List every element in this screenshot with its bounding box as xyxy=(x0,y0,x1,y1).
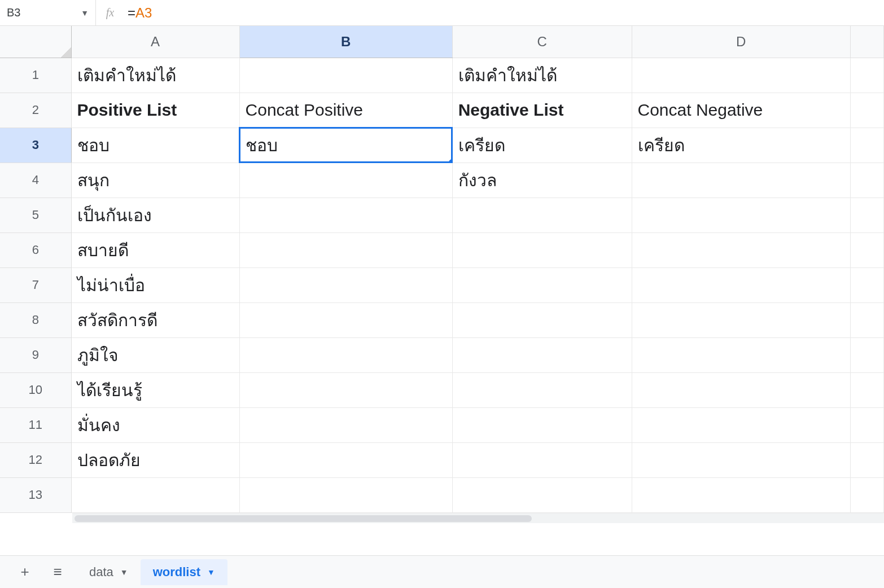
cell-A5[interactable]: เป็นกันเอง xyxy=(71,198,239,232)
cell-C3[interactable]: เครียด xyxy=(452,128,632,163)
cell-B4[interactable] xyxy=(239,163,452,198)
add-sheet-button[interactable]: + xyxy=(11,561,38,583)
cell-C2[interactable]: Negative List xyxy=(452,93,632,128)
row-header-13[interactable]: 13 xyxy=(0,477,71,512)
cell-A13[interactable] xyxy=(71,477,239,512)
spreadsheet-grid[interactable]: ABCD1เติมคำใหม่ได้เติมคำใหม่ได้2Positive… xyxy=(0,26,884,555)
cell-E3[interactable] xyxy=(850,128,883,163)
cell-E7[interactable] xyxy=(850,267,883,302)
cell-B5[interactable] xyxy=(239,198,452,232)
cell-E6[interactable] xyxy=(850,232,883,267)
cell-A4[interactable]: สนุก xyxy=(71,163,239,198)
sheet-tab-data[interactable]: data▼ xyxy=(77,559,141,585)
cell-A6[interactable]: สบายดี xyxy=(71,232,239,267)
cell-A3[interactable]: ชอบ xyxy=(71,128,239,163)
cell-C10[interactable] xyxy=(452,372,632,407)
cell-E10[interactable] xyxy=(850,372,883,407)
menu-icon: ≡ xyxy=(53,563,62,581)
cell-D10[interactable] xyxy=(632,372,850,407)
all-sheets-button[interactable]: ≡ xyxy=(44,561,71,583)
name-box-dropdown-icon[interactable]: ▼ xyxy=(81,8,89,17)
cell-C1[interactable]: เติมคำใหม่ได้ xyxy=(452,58,632,93)
cell-E13[interactable] xyxy=(850,477,883,512)
cell-C8[interactable] xyxy=(452,302,632,337)
cell-C11[interactable] xyxy=(452,407,632,442)
cell-B6[interactable] xyxy=(239,232,452,267)
cell-B12[interactable] xyxy=(239,442,452,477)
column-header-A[interactable]: A xyxy=(71,26,239,58)
row-header-2[interactable]: 2 xyxy=(0,93,71,128)
cell-C13[interactable] xyxy=(452,477,632,512)
row-header-4[interactable]: 4 xyxy=(0,163,71,198)
cell-B7[interactable] xyxy=(239,267,452,302)
scrollbar-thumb[interactable] xyxy=(75,515,532,522)
cell-B3[interactable]: ชอบ xyxy=(239,128,452,163)
cell-A2[interactable]: Positive List xyxy=(71,93,239,128)
cell-C5[interactable] xyxy=(452,198,632,232)
cell-D5[interactable] xyxy=(632,198,850,232)
cell-A12[interactable]: ปลอดภัย xyxy=(71,442,239,477)
select-all-corner[interactable] xyxy=(0,26,71,58)
sheet-tab-label: data xyxy=(89,565,113,580)
cell-A1[interactable]: เติมคำใหม่ได้ xyxy=(71,58,239,93)
cell-D3[interactable]: เครียด xyxy=(632,128,850,163)
cell-B2[interactable]: Concat Positive xyxy=(239,93,452,128)
cell-A10[interactable]: ได้เรียนรู้ xyxy=(71,372,239,407)
cell-C12[interactable] xyxy=(452,442,632,477)
name-box[interactable]: B3 ▼ xyxy=(0,0,96,25)
row-header-12[interactable]: 12 xyxy=(0,442,71,477)
chevron-down-icon[interactable]: ▼ xyxy=(120,568,128,577)
cell-B10[interactable] xyxy=(239,372,452,407)
chevron-down-icon[interactable]: ▼ xyxy=(207,568,215,577)
cell-C6[interactable] xyxy=(452,232,632,267)
cell-E9[interactable] xyxy=(850,337,883,372)
cell-B9[interactable] xyxy=(239,337,452,372)
sheet-tab-wordlist[interactable]: wordlist▼ xyxy=(141,559,227,585)
cell-D12[interactable] xyxy=(632,442,850,477)
cell-D8[interactable] xyxy=(632,302,850,337)
cell-D6[interactable] xyxy=(632,232,850,267)
column-header-B[interactable]: B xyxy=(239,26,452,58)
column-header-D[interactable]: D xyxy=(632,26,850,58)
cell-A11[interactable]: มั่นคง xyxy=(71,407,239,442)
cell-D2[interactable]: Concat Negative xyxy=(632,93,850,128)
row-header-8[interactable]: 8 xyxy=(0,302,71,337)
cell-C4[interactable]: กังวล xyxy=(452,163,632,198)
cell-E8[interactable] xyxy=(850,302,883,337)
row-header-3[interactable]: 3 xyxy=(0,128,71,163)
row-header-7[interactable]: 7 xyxy=(0,267,71,302)
name-box-value: B3 xyxy=(7,6,20,19)
cell-B11[interactable] xyxy=(239,407,452,442)
cell-D7[interactable] xyxy=(632,267,850,302)
row-header-10[interactable]: 10 xyxy=(0,372,71,407)
formula-input[interactable]: =A3 xyxy=(124,5,884,21)
cell-D13[interactable] xyxy=(632,477,850,512)
cell-B13[interactable] xyxy=(239,477,452,512)
horizontal-scrollbar[interactable] xyxy=(72,513,884,523)
cell-E2[interactable] xyxy=(850,93,883,128)
cell-D9[interactable] xyxy=(632,337,850,372)
cell-C9[interactable] xyxy=(452,337,632,372)
cell-D1[interactable] xyxy=(632,58,850,93)
cell-A9[interactable]: ภูมิใจ xyxy=(71,337,239,372)
cell-E1[interactable] xyxy=(850,58,883,93)
cell-D11[interactable] xyxy=(632,407,850,442)
cell-D4[interactable] xyxy=(632,163,850,198)
cell-B8[interactable] xyxy=(239,302,452,337)
cell-C7[interactable] xyxy=(452,267,632,302)
cell-E4[interactable] xyxy=(850,163,883,198)
row-header-9[interactable]: 9 xyxy=(0,337,71,372)
formula-equals: = xyxy=(128,5,135,21)
cell-A7[interactable]: ไม่น่าเบื่อ xyxy=(71,267,239,302)
cell-B1[interactable] xyxy=(239,58,452,93)
cell-E12[interactable] xyxy=(850,442,883,477)
row-header-6[interactable]: 6 xyxy=(0,232,71,267)
row-header-11[interactable]: 11 xyxy=(0,407,71,442)
cell-E11[interactable] xyxy=(850,407,883,442)
column-header-E[interactable] xyxy=(850,26,883,58)
column-header-C[interactable]: C xyxy=(452,26,632,58)
row-header-5[interactable]: 5 xyxy=(0,198,71,232)
row-header-1[interactable]: 1 xyxy=(0,58,71,93)
cell-A8[interactable]: สวัสดิการดี xyxy=(71,302,239,337)
cell-E5[interactable] xyxy=(850,198,883,232)
